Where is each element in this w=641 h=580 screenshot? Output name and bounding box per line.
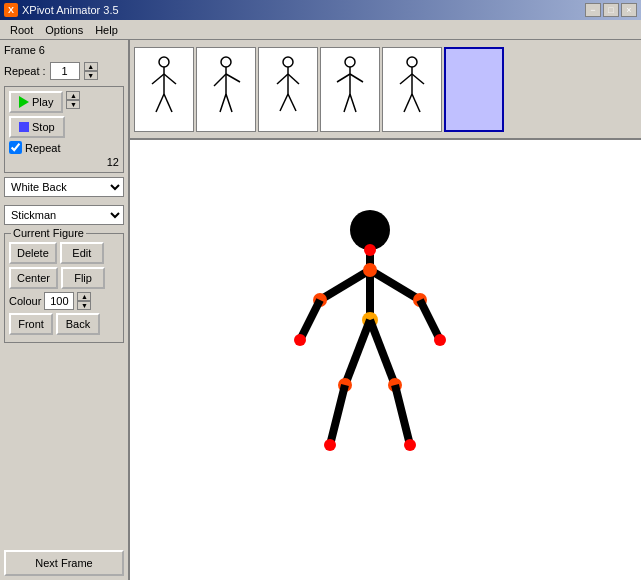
playback-section: Play ▲ ▼ Stop Repeat 12 bbox=[4, 86, 124, 173]
minimize-button[interactable]: − bbox=[585, 3, 601, 17]
main-container: Frame 6 Repeat : ▲ ▼ Play ▲ ▼ bbox=[0, 40, 641, 580]
svg-line-5 bbox=[164, 94, 172, 112]
right-panel bbox=[130, 40, 641, 580]
svg-point-50 bbox=[363, 263, 377, 277]
svg-line-4 bbox=[156, 94, 164, 112]
center-flip-row: Center Flip bbox=[9, 267, 119, 289]
maximize-button[interactable]: □ bbox=[603, 3, 619, 17]
svg-point-24 bbox=[407, 57, 417, 67]
stop-button[interactable]: Stop bbox=[9, 116, 65, 138]
svg-line-28 bbox=[404, 94, 412, 112]
colour-row: Colour ▲ ▼ bbox=[9, 292, 119, 310]
svg-line-3 bbox=[164, 74, 176, 84]
svg-line-16 bbox=[280, 94, 288, 111]
menu-bar: Root Options Help bbox=[0, 20, 641, 40]
repeat-row: Repeat : ▲ ▼ bbox=[4, 62, 124, 80]
menu-root[interactable]: Root bbox=[4, 23, 39, 37]
background-dropdown[interactable]: White Back Black Back Grey Back bbox=[4, 177, 124, 197]
frame-thumb-2[interactable] bbox=[196, 47, 256, 132]
colour-label: Colour bbox=[9, 295, 41, 307]
frame-thumb-6[interactable] bbox=[444, 47, 504, 132]
svg-line-34 bbox=[300, 300, 320, 340]
svg-line-36 bbox=[370, 270, 420, 300]
front-button[interactable]: Front bbox=[9, 313, 53, 335]
svg-line-20 bbox=[337, 74, 350, 82]
svg-point-49 bbox=[364, 244, 376, 256]
title-bar-text: XPivot Animator 3.5 bbox=[22, 4, 581, 16]
svg-line-38 bbox=[420, 300, 440, 340]
svg-line-11 bbox=[226, 94, 232, 112]
repeat-checkbox[interactable] bbox=[9, 141, 22, 154]
svg-line-32 bbox=[320, 270, 370, 300]
colour-up-button[interactable]: ▲ bbox=[77, 292, 91, 301]
svg-line-45 bbox=[370, 320, 395, 385]
repeat-spinner: ▲ ▼ bbox=[84, 62, 98, 80]
colour-down-button[interactable]: ▼ bbox=[77, 301, 91, 310]
repeat-label: Repeat : bbox=[4, 65, 46, 77]
play-icon bbox=[19, 96, 29, 108]
frame-thumb-4[interactable] bbox=[320, 47, 380, 132]
delete-edit-row: Delete Edit bbox=[9, 242, 119, 264]
flip-button[interactable]: Flip bbox=[61, 267, 105, 289]
frame-strip bbox=[130, 40, 641, 140]
repeat-count: 12 bbox=[9, 156, 119, 168]
svg-line-2 bbox=[152, 74, 164, 84]
background-dropdown-row: White Back Black Back Grey Back bbox=[4, 177, 124, 197]
svg-line-14 bbox=[277, 74, 288, 84]
frame-thumb-5[interactable] bbox=[382, 47, 442, 132]
next-frame-button[interactable]: Next Frame bbox=[4, 550, 124, 576]
menu-help[interactable]: Help bbox=[89, 23, 124, 37]
svg-line-9 bbox=[226, 74, 240, 82]
svg-point-44 bbox=[324, 439, 336, 451]
playback-down-button[interactable]: ▼ bbox=[66, 100, 80, 109]
playback-up-button[interactable]: ▲ bbox=[66, 91, 80, 100]
svg-line-27 bbox=[412, 74, 424, 84]
playback-spinner: ▲ ▼ bbox=[66, 91, 80, 113]
menu-options[interactable]: Options bbox=[39, 23, 89, 37]
svg-point-0 bbox=[159, 57, 169, 67]
repeat-checkbox-row: Repeat bbox=[9, 141, 119, 154]
canvas-area[interactable] bbox=[130, 140, 641, 580]
left-panel: Frame 6 Repeat : ▲ ▼ Play ▲ ▼ bbox=[0, 40, 130, 580]
delete-button[interactable]: Delete bbox=[9, 242, 57, 264]
play-button[interactable]: Play bbox=[9, 91, 63, 113]
svg-line-23 bbox=[350, 94, 356, 112]
close-button[interactable]: × bbox=[621, 3, 637, 17]
svg-point-39 bbox=[434, 334, 446, 346]
title-bar-buttons: − □ × bbox=[585, 3, 637, 17]
repeat-up-button[interactable]: ▲ bbox=[84, 62, 98, 71]
edit-button[interactable]: Edit bbox=[60, 242, 104, 264]
front-back-row: Front Back bbox=[9, 313, 119, 335]
svg-line-21 bbox=[350, 74, 363, 82]
frame-thumb-3[interactable] bbox=[258, 47, 318, 132]
colour-input[interactable] bbox=[44, 292, 74, 310]
app-icon: X bbox=[4, 3, 18, 17]
colour-spinner: ▲ ▼ bbox=[77, 292, 91, 310]
svg-point-48 bbox=[404, 439, 416, 451]
current-figure-label: Current Figure bbox=[11, 227, 86, 239]
stop-label: Stop bbox=[32, 121, 55, 133]
svg-line-10 bbox=[220, 94, 226, 112]
svg-line-17 bbox=[288, 94, 296, 111]
stop-icon bbox=[19, 122, 29, 132]
svg-line-41 bbox=[345, 320, 370, 385]
title-bar: X XPivot Animator 3.5 − □ × bbox=[0, 0, 641, 20]
svg-line-22 bbox=[344, 94, 350, 112]
center-button[interactable]: Center bbox=[9, 267, 58, 289]
repeat-input[interactable] bbox=[50, 62, 80, 80]
svg-line-26 bbox=[400, 74, 412, 84]
stop-row: Stop bbox=[9, 116, 119, 138]
svg-point-6 bbox=[221, 57, 231, 67]
svg-line-47 bbox=[395, 385, 410, 445]
figure-dropdown[interactable]: Stickman bbox=[4, 205, 124, 225]
play-label: Play bbox=[32, 96, 53, 108]
svg-line-8 bbox=[214, 74, 226, 86]
figure-dropdown-row: Stickman bbox=[4, 205, 124, 225]
frame-thumb-1[interactable] bbox=[134, 47, 194, 132]
svg-point-35 bbox=[294, 334, 306, 346]
svg-line-15 bbox=[288, 74, 299, 84]
repeat-down-button[interactable]: ▼ bbox=[84, 71, 98, 80]
play-row: Play ▲ ▼ bbox=[9, 91, 119, 113]
repeat-checkbox-label: Repeat bbox=[25, 142, 60, 154]
back-button[interactable]: Back bbox=[56, 313, 100, 335]
